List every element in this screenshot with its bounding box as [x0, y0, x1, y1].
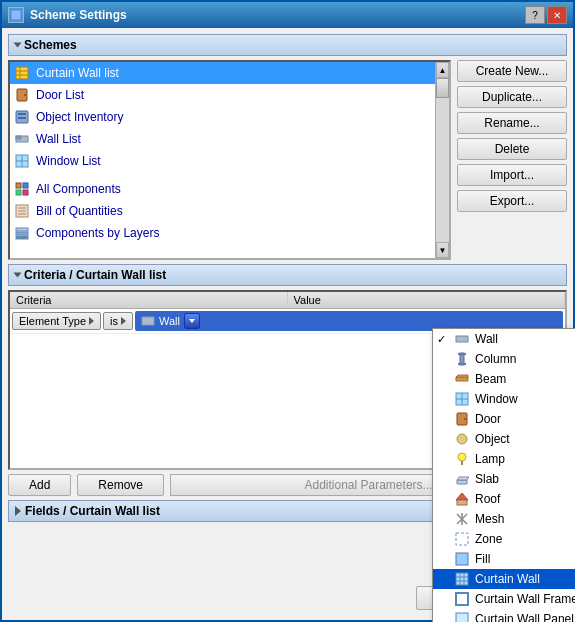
export-button[interactable]: Export... [457, 190, 567, 212]
criteria-triangle-icon [14, 273, 22, 278]
svg-marker-43 [457, 477, 469, 480]
dropdown-item-curtain-wall-panel[interactable]: Curtain Wall Panel [433, 609, 575, 622]
beam-icon [455, 372, 469, 386]
create-new-button[interactable]: Create New... [457, 60, 567, 82]
svg-rect-24 [16, 232, 28, 235]
dropdown-item-slab-label: Slab [475, 472, 499, 486]
criteria-col-header: Criteria [10, 292, 288, 308]
check-icon-wall: ✓ [437, 333, 449, 346]
svg-rect-51 [456, 573, 468, 585]
scheme-list-scrollbar[interactable]: ▲ ▼ [435, 62, 449, 258]
svg-point-40 [458, 453, 466, 461]
svg-rect-18 [23, 190, 28, 195]
scheme-icon-door-list [14, 87, 30, 103]
element-type-dropdown-menu: ✓ Wall Column Beam Window Door Object [432, 328, 575, 622]
schemes-section-header: Schemes [8, 34, 567, 56]
close-button[interactable]: ✕ [547, 6, 567, 24]
scheme-label-bill-of-quantities: Bill of Quantities [36, 204, 123, 218]
svg-rect-50 [456, 553, 468, 565]
element-type-group: Element Type is [12, 312, 133, 330]
door-icon-dd [455, 412, 469, 426]
is-label: is [110, 315, 118, 327]
scheme-item-window-list[interactable]: Window List [10, 150, 435, 172]
remove-criteria-button[interactable]: Remove [77, 474, 164, 496]
scheme-item-door-list[interactable]: Door List [10, 84, 435, 106]
dropdown-item-mesh[interactable]: Mesh [433, 509, 575, 529]
svg-rect-57 [456, 613, 468, 622]
dropdown-item-column-label: Column [475, 352, 516, 366]
curtain-wall-frame-icon [455, 592, 469, 606]
svg-rect-8 [18, 113, 26, 115]
curtain-wall-icon-dd [455, 572, 469, 586]
dropdown-item-door[interactable]: Door [433, 409, 575, 429]
svg-rect-16 [23, 183, 28, 188]
scheme-item-object-inventory[interactable]: Object Inventory [10, 106, 435, 128]
is-arrow-icon [121, 317, 126, 325]
dropdown-item-curtain-wall-frame[interactable]: Curtain Wall Frame [433, 589, 575, 609]
svg-rect-11 [16, 136, 21, 139]
dropdown-item-slab[interactable]: Slab [433, 469, 575, 489]
scheme-item-components-by-layers[interactable]: Components by Layers [10, 222, 435, 244]
schemes-label: Schemes [24, 38, 77, 52]
scheme-list[interactable]: Curtain Wall list Door List [8, 60, 451, 260]
svg-marker-44 [456, 493, 468, 500]
dropdown-item-door-label: Door [475, 412, 501, 426]
is-dropdown[interactable]: is [103, 312, 133, 330]
scheme-item-bill-of-quantities[interactable]: Bill of Quantities [10, 200, 435, 222]
scroll-down-btn[interactable]: ▼ [436, 242, 449, 258]
curtain-wall-panel-icon [455, 612, 469, 622]
scheme-list-inner: Curtain Wall list Door List [10, 62, 435, 258]
dropdown-item-lamp[interactable]: Lamp [433, 449, 575, 469]
rename-button[interactable]: Rename... [457, 112, 567, 134]
dropdown-item-window[interactable]: Window [433, 389, 575, 409]
element-type-dropdown[interactable]: Element Type [12, 312, 101, 330]
scheme-label-object-inventory: Object Inventory [36, 110, 123, 124]
svg-rect-1 [16, 67, 28, 79]
dropdown-item-wall[interactable]: ✓ Wall [433, 329, 575, 349]
dropdown-item-fill[interactable]: Fill [433, 549, 575, 569]
delete-button[interactable]: Delete [457, 138, 567, 160]
add-criteria-button[interactable]: Add [8, 474, 71, 496]
dropdown-item-roof[interactable]: Roof [433, 489, 575, 509]
svg-point-6 [24, 94, 26, 96]
dropdown-item-zone-label: Zone [475, 532, 502, 546]
svg-point-39 [457, 434, 467, 444]
scroll-up-btn[interactable]: ▲ [436, 62, 449, 78]
scroll-track [436, 78, 449, 242]
value-expand-button[interactable] [184, 313, 200, 329]
svg-marker-27 [189, 319, 195, 323]
scheme-item-wall-list[interactable]: Wall List [10, 128, 435, 150]
scheme-label-wall-list: Wall List [36, 132, 81, 146]
dropdown-item-object[interactable]: Object [433, 429, 575, 449]
import-button[interactable]: Import... [457, 164, 567, 186]
dropdown-item-window-label: Window [475, 392, 518, 406]
scheme-buttons: Create New... Duplicate... Rename... Del… [457, 60, 567, 260]
scheme-item-curtain-wall-list[interactable]: Curtain Wall list [10, 62, 435, 84]
expand-arrow-icon [188, 317, 196, 325]
window-icon [8, 7, 24, 23]
dropdown-item-curtain-wall[interactable]: Curtain Wall [433, 569, 575, 589]
scheme-item-all-components[interactable]: All Components [10, 178, 435, 200]
scheme-icon-curtain-wall-list [14, 65, 30, 81]
column-icon [455, 352, 469, 366]
svg-rect-49 [456, 533, 468, 545]
svg-rect-28 [456, 336, 468, 342]
svg-point-38 [464, 418, 466, 420]
scheme-label-curtain-wall-list: Curtain Wall list [36, 66, 119, 80]
fields-triangle-icon [15, 506, 21, 516]
criteria-table-header: Criteria Value [10, 292, 565, 309]
dropdown-item-beam[interactable]: Beam [433, 369, 575, 389]
help-button[interactable]: ? [525, 6, 545, 24]
scheme-label-window-list: Window List [36, 154, 101, 168]
scheme-label-all-components: All Components [36, 182, 121, 196]
dropdown-item-column[interactable]: Column [433, 349, 575, 369]
svg-marker-32 [456, 377, 468, 381]
svg-marker-42 [457, 480, 467, 484]
svg-rect-45 [457, 500, 467, 505]
duplicate-button[interactable]: Duplicate... [457, 86, 567, 108]
svg-rect-25 [16, 236, 28, 239]
dropdown-item-zone[interactable]: Zone [433, 529, 575, 549]
scroll-thumb[interactable] [436, 78, 449, 98]
svg-rect-41 [461, 461, 463, 465]
svg-rect-26 [142, 317, 154, 325]
